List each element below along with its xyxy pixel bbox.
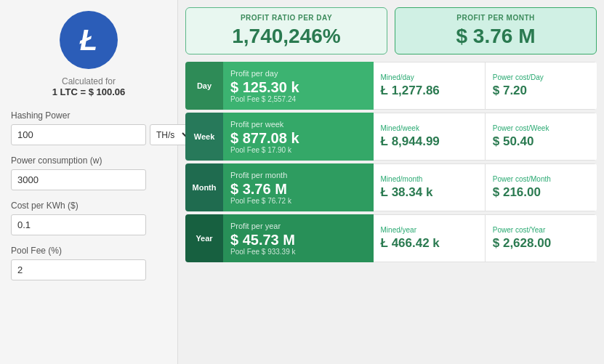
data-row-month: Month Profit per month $ 3.76 M Pool Fee… — [185, 163, 597, 211]
row-label-month: Month — [185, 163, 223, 211]
profit-fee-year: Pool Fee $ 933.39 k — [230, 248, 366, 256]
mined-value-month: Ł 38.34 k — [381, 185, 478, 200]
data-rows: Day Profit per day $ 125.30 k Pool Fee $… — [185, 62, 597, 262]
left-panel: Ł Calculated for 1 LTC = $ 100.06 Hashin… — [0, 0, 178, 364]
profit-value-week: $ 877.08 k — [230, 130, 366, 146]
hashing-input[interactable] — [11, 124, 146, 145]
data-row-year: Year Profit per year $ 45.73 M Pool Fee … — [185, 214, 597, 262]
pool-fee-group: Pool Fee (%) — [11, 246, 166, 280]
row-mined-month: Mined/month Ł 38.34 k — [374, 163, 485, 211]
row-profit-day: Profit per day $ 125.30 k Pool Fee $ 2,5… — [223, 62, 374, 110]
row-mined-year: Mined/year Ł 466.42 k — [374, 214, 485, 262]
hashing-row: TH/sGH/sMH/sKH/sH/s — [11, 124, 166, 145]
profit-value-month: $ 3.76 M — [230, 181, 366, 197]
mined-label-day: Mined/day — [381, 73, 478, 81]
calc-info: Calculated for 1 LTC = $ 100.06 — [52, 76, 126, 97]
row-label-day: Day — [185, 62, 223, 110]
profit-title-year: Profit per year — [230, 222, 366, 230]
logo: Ł — [60, 11, 118, 69]
row-mined-week: Mined/week Ł 8,944.99 — [374, 113, 485, 161]
profit-fee-day: Pool Fee $ 2,557.24 — [230, 95, 366, 103]
top-stats: PROFIT RATIO PER DAY 1,740,246% PROFIT P… — [185, 7, 597, 54]
row-power-year: Power cost/Year $ 2,628.00 — [485, 214, 597, 262]
ratio-value: 1,740,246% — [195, 25, 378, 48]
profit-title-day: Profit per day — [230, 69, 366, 78]
ratio-box: PROFIT RATIO PER DAY 1,740,246% — [185, 7, 387, 54]
mined-label-year: Mined/year — [381, 226, 478, 234]
pool-fee-label: Pool Fee (%) — [11, 246, 166, 256]
power-value-day: $ 7.20 — [493, 84, 589, 98]
row-profit-month: Profit per month $ 3.76 M Pool Fee $ 76.… — [223, 163, 374, 211]
row-label-week: Week — [185, 113, 223, 161]
month-value: $ 3.76 M — [404, 25, 587, 48]
row-power-month: Power cost/Month $ 216.00 — [485, 163, 597, 211]
data-row-day: Day Profit per day $ 125.30 k Pool Fee $… — [185, 62, 597, 110]
row-power-day: Power cost/Day $ 7.20 — [485, 62, 597, 110]
logo-letter: Ł — [80, 24, 97, 57]
profit-fee-week: Pool Fee $ 17.90 k — [230, 146, 366, 154]
power-consumption-input[interactable] — [11, 169, 146, 190]
month-box: PROFIT PER MONTH $ 3.76 M — [395, 7, 597, 54]
power-consumption-group: Power consumption (w) — [11, 155, 166, 190]
ratio-label: PROFIT RATIO PER DAY — [195, 14, 378, 22]
profit-value-day: $ 125.30 k — [230, 79, 366, 95]
cost-per-kwh-label: Cost per KWh ($) — [11, 201, 166, 211]
calc-info-line1: Calculated for — [52, 76, 126, 86]
profit-title-month: Profit per month — [230, 171, 366, 179]
row-mined-day: Mined/day Ł 1,277.86 — [374, 62, 485, 110]
data-row-week: Week Profit per week $ 877.08 k Pool Fee… — [185, 113, 597, 161]
row-label-year: Year — [185, 214, 223, 262]
row-power-week: Power cost/Week $ 50.40 — [485, 113, 597, 161]
row-profit-year: Profit per year $ 45.73 M Pool Fee $ 933… — [223, 214, 374, 262]
main-container: Ł Calculated for 1 LTC = $ 100.06 Hashin… — [0, 0, 604, 364]
power-label-day: Power cost/Day — [493, 73, 589, 81]
power-label-year: Power cost/Year — [493, 226, 589, 234]
power-label-month: Power cost/Month — [493, 175, 589, 183]
profit-title-week: Profit per week — [230, 120, 366, 129]
mined-value-day: Ł 1,277.86 — [381, 84, 478, 98]
hashing-power-group: Hashing Power TH/sGH/sMH/sKH/sH/s — [11, 110, 166, 145]
power-label-week: Power cost/Week — [493, 124, 589, 132]
power-consumption-label: Power consumption (w) — [11, 155, 166, 166]
mined-label-week: Mined/week — [381, 124, 478, 132]
mined-value-year: Ł 466.42 k — [381, 236, 478, 251]
cost-per-kwh-group: Cost per KWh ($) — [11, 201, 166, 235]
power-value-year: $ 2,628.00 — [493, 236, 589, 251]
month-label: PROFIT PER MONTH — [404, 14, 587, 22]
power-value-week: $ 50.40 — [493, 134, 589, 149]
pool-fee-input[interactable] — [11, 259, 146, 280]
mined-value-week: Ł 8,944.99 — [381, 134, 478, 149]
row-profit-week: Profit per week $ 877.08 k Pool Fee $ 17… — [223, 113, 374, 161]
cost-per-kwh-input[interactable] — [11, 214, 146, 235]
power-value-month: $ 216.00 — [493, 185, 589, 200]
hashing-label: Hashing Power — [11, 110, 166, 121]
right-panel: PROFIT RATIO PER DAY 1,740,246% PROFIT P… — [178, 0, 604, 364]
mined-label-month: Mined/month — [381, 175, 478, 183]
calc-info-line2: 1 LTC = $ 100.06 — [52, 86, 126, 97]
profit-fee-month: Pool Fee $ 76.72 k — [230, 197, 366, 205]
profit-value-year: $ 45.73 M — [230, 232, 366, 248]
